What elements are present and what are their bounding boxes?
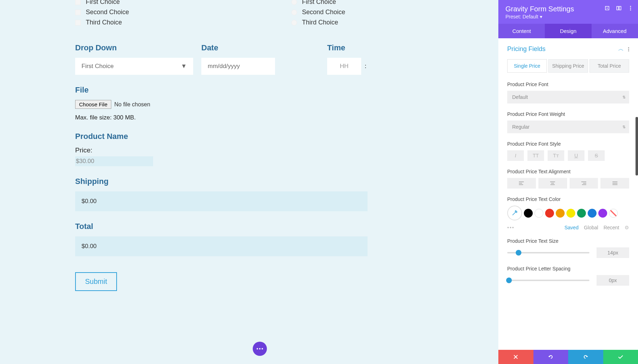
more-icon[interactable] (628, 47, 629, 51)
color-orange[interactable] (556, 209, 565, 218)
svg-point-8 (630, 8, 631, 9)
eyedropper-button[interactable] (507, 206, 522, 220)
settings-header: Gravity Form Settings Preset: Default ▾ (498, 0, 638, 24)
font-select[interactable]: Default⇅ (507, 91, 629, 103)
redo-button[interactable] (568, 350, 603, 364)
italic-button[interactable]: I (507, 150, 524, 161)
tab-content[interactable]: Content (498, 24, 545, 38)
subtab-shipping-price[interactable]: Shipping Price (548, 59, 588, 73)
svg-point-10 (628, 47, 629, 48)
responsive-icon[interactable] (604, 5, 610, 11)
dropdown-value: First Choice (82, 63, 114, 70)
more-icon[interactable] (627, 5, 634, 11)
spacing-slider[interactable] (507, 280, 589, 281)
size-slider[interactable] (507, 252, 589, 253)
file-status: No file chosen (114, 101, 150, 107)
color-purple[interactable] (598, 209, 607, 218)
save-button[interactable] (603, 350, 638, 364)
align-right-button[interactable] (570, 178, 598, 189)
gear-icon[interactable]: ⚙ (625, 225, 629, 230)
svg-point-11 (628, 49, 629, 50)
checkbox-item[interactable]: Second Choice (75, 9, 263, 16)
svg-point-2 (262, 348, 263, 349)
subtab-total-price[interactable]: Total Price (589, 59, 629, 73)
file-label: File (75, 85, 498, 95)
submit-button[interactable]: Submit (75, 272, 117, 291)
svg-rect-5 (617, 6, 619, 10)
chevron-down-icon: ▼ (181, 63, 187, 70)
radio-label: Second Choice (302, 9, 345, 16)
color-yellow[interactable] (566, 209, 575, 218)
align-center-button[interactable] (538, 178, 567, 189)
shipping-value: $0.00 (75, 191, 368, 211)
color-black[interactable] (524, 209, 533, 218)
undo-button[interactable] (533, 350, 569, 364)
spacing-label: Product Price Letter Spacing (507, 266, 629, 271)
radio-icon (291, 20, 297, 26)
fab-menu-button[interactable] (253, 342, 267, 356)
bottom-bar (498, 350, 638, 364)
settings-panel: Gravity Form Settings Preset: Default ▾ … (498, 0, 638, 364)
choose-file-button[interactable]: Choose File (75, 100, 111, 109)
radio-item[interactable]: First Choice (291, 0, 345, 6)
radio-group: First Choice Second Choice Third Choice (291, 0, 345, 29)
smallcaps-button[interactable]: Tᴛ (548, 150, 564, 161)
style-label: Product Price Font Style (507, 141, 629, 147)
more-colors-icon[interactable]: ••• (507, 225, 515, 230)
radio-item[interactable]: Second Choice (291, 9, 345, 16)
shipping-label: Shipping (75, 177, 498, 186)
dropdown-select[interactable]: First Choice ▼ (75, 58, 193, 75)
checkbox-item[interactable]: Third Choice (75, 19, 263, 26)
color-red[interactable] (545, 209, 554, 218)
spacing-value[interactable]: 0px (597, 275, 629, 286)
svg-point-0 (257, 348, 258, 349)
tab-advanced[interactable]: Advanced (592, 24, 638, 38)
chevron-down-icon: ▾ (540, 14, 542, 19)
uppercase-button[interactable]: TT (527, 150, 544, 161)
tab-design[interactable]: Design (545, 24, 591, 38)
time-label: Time (327, 43, 366, 52)
chevron-up-icon[interactable]: ︿ (618, 45, 624, 53)
size-value[interactable]: 14px (597, 247, 629, 258)
form-preview: First Choice Second Choice Third Choice … (0, 0, 498, 364)
total-label: Total (75, 222, 498, 231)
panel-body[interactable]: Pricing Fields ︿ Single Price Shipping P… (498, 38, 638, 350)
close-icon (514, 355, 518, 359)
strikethrough-button[interactable]: S (588, 150, 605, 161)
preset-label[interactable]: Preset: Default ▾ (505, 14, 631, 19)
columns-icon[interactable] (616, 5, 622, 11)
time-hour-input[interactable]: HH (327, 58, 361, 75)
align-left-button[interactable] (507, 178, 536, 189)
color-tab-saved[interactable]: Saved (564, 225, 578, 230)
radio-icon (291, 10, 297, 15)
color-white[interactable] (535, 209, 543, 218)
color-tab-global[interactable]: Global (584, 225, 598, 230)
color-label: Product Price Text Color (507, 196, 629, 202)
scrollbar[interactable] (636, 117, 638, 175)
section-title: Pricing Fields (507, 45, 545, 53)
svg-point-7 (630, 6, 631, 7)
subtab-single-price[interactable]: Single Price (507, 59, 547, 73)
redo-icon (583, 354, 588, 359)
radio-icon (291, 0, 297, 5)
undo-icon (548, 354, 553, 359)
date-input[interactable]: mm/dd/yyyy (201, 58, 275, 75)
color-none[interactable] (609, 209, 618, 218)
more-icon (257, 348, 263, 349)
date-label: Date (201, 43, 275, 52)
slider-thumb[interactable] (506, 278, 512, 283)
color-green[interactable] (577, 209, 586, 218)
time-separator: : (365, 63, 366, 70)
radio-item[interactable]: Third Choice (291, 19, 345, 26)
file-hint: Max. file size: 300 MB. (75, 114, 498, 121)
align-justify-button[interactable] (600, 178, 629, 189)
total-value: $0.00 (75, 236, 368, 256)
underline-button[interactable]: U (568, 150, 584, 161)
color-tab-recent[interactable]: Recent (604, 225, 619, 230)
weight-select[interactable]: Regular⇅ (507, 121, 629, 133)
slider-thumb[interactable] (516, 250, 521, 256)
color-blue[interactable] (588, 209, 597, 218)
checkbox-item[interactable]: First Choice (75, 0, 263, 6)
cancel-button[interactable] (498, 350, 533, 364)
check-icon (618, 355, 623, 359)
